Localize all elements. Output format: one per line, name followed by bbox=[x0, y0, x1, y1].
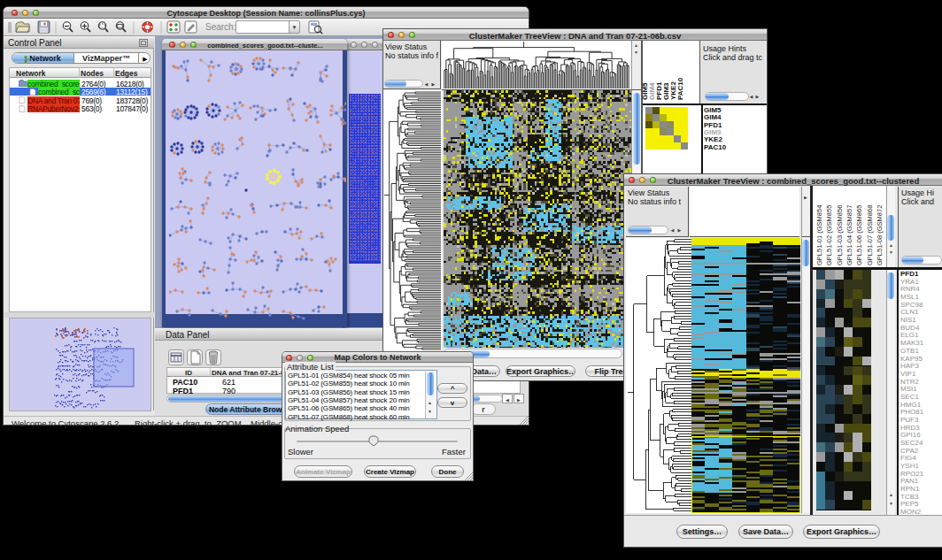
svg-text:GPL51-06 (GSM865: GPL51-06 (GSM865 bbox=[855, 205, 863, 265]
svg-text:PAC10: PAC10 bbox=[676, 77, 684, 100]
svg-text:GPL51-08 (GSM872: GPL51-08 (GSM872 bbox=[876, 205, 884, 265]
svg-text:GPL51-01 (GSM854: GPL51-01 (GSM854 bbox=[815, 205, 823, 265]
svg-text:GPL51-02 (GSM855: GPL51-02 (GSM855 bbox=[825, 205, 833, 265]
svg-text:GPL51-04 (GSM857: GPL51-04 (GSM857 bbox=[845, 205, 853, 265]
svg-text:GPL51-03 (GSM856: GPL51-03 (GSM856 bbox=[836, 205, 844, 265]
svg-text:GPL51-07 (GSM868: GPL51-07 (GSM868 bbox=[866, 205, 874, 265]
